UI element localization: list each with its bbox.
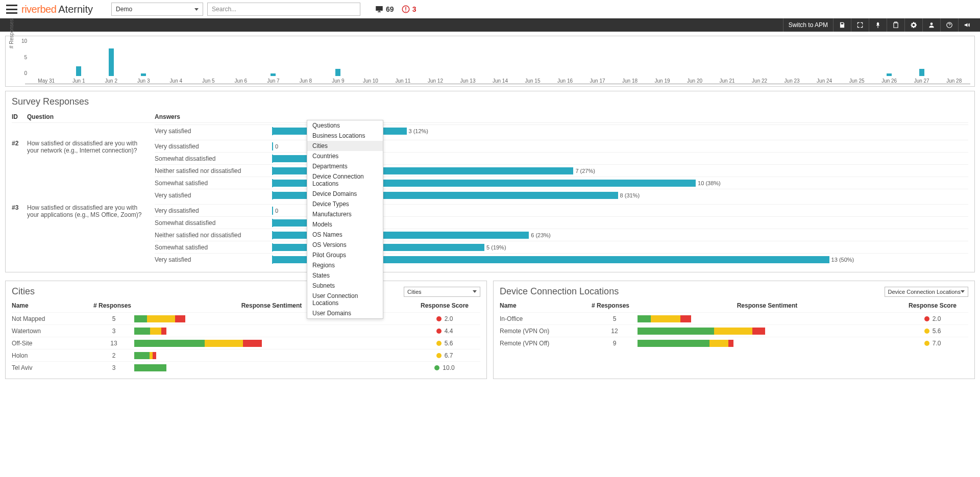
- chart-bar[interactable]: Jun 25: [841, 48, 873, 84]
- search-input[interactable]: Search...: [207, 3, 360, 16]
- chart-bar[interactable]: Jun 4: [160, 48, 192, 84]
- chart-bar[interactable]: Jun 22: [743, 48, 776, 84]
- chart-bar[interactable]: Jun 1: [63, 48, 95, 84]
- user-icon[interactable]: [922, 18, 940, 32]
- menu-icon[interactable]: [6, 5, 17, 14]
- gear-icon[interactable]: [904, 18, 922, 32]
- score-dot: [434, 365, 439, 370]
- menu-item[interactable]: Business Locations: [307, 131, 383, 141]
- chevron-down-icon: [194, 8, 199, 11]
- chart-bar[interactable]: Jun 16: [549, 48, 581, 84]
- answer-row[interactable]: Very satisfied 13 (50%): [155, 253, 968, 265]
- chart-bar[interactable]: Jun 8: [289, 48, 322, 84]
- switch-apm-button[interactable]: Switch to APM: [783, 18, 833, 32]
- chart-bar[interactable]: Jun 23: [776, 48, 808, 84]
- brand-riverbed: riverbed: [21, 4, 56, 15]
- table-row[interactable]: In-Office 5 2.0: [500, 312, 968, 324]
- menu-item[interactable]: Subnets: [307, 281, 383, 291]
- chart-bar[interactable]: Jun 13: [452, 48, 484, 84]
- score-dot: [924, 341, 929, 346]
- menu-item[interactable]: Models: [307, 219, 383, 230]
- answer-row[interactable]: Somewhat satisfied 10 (38%): [155, 177, 968, 189]
- chart-bar[interactable]: Jun 6: [225, 48, 257, 84]
- row-name: Tel Aviv: [12, 364, 93, 371]
- chart-bar[interactable]: May 31: [30, 48, 63, 84]
- menu-item[interactable]: Questions: [307, 120, 383, 131]
- answer-row[interactable]: Very satisfied 8 (31%): [155, 189, 968, 201]
- chart-bar[interactable]: Jun 27: [905, 48, 938, 84]
- panel-title: Device Connection Locations: [500, 286, 619, 297]
- answer-label: Somewhat dissatisfied: [155, 219, 272, 227]
- responses-timeline-panel: # Responses 10 5 0 May 31Jun 1Jun 2Jun 3…: [5, 36, 975, 87]
- chart-bar[interactable]: Jun 28: [938, 48, 970, 84]
- dimension-dropdown-menu[interactable]: QuestionsBusiness LocationsCitiesCountri…: [307, 120, 383, 319]
- answer-row[interactable]: Neither satisfied nor dissatisfied 6 (23…: [155, 229, 968, 241]
- menu-item[interactable]: Departments: [307, 161, 383, 171]
- chart-bar[interactable]: Jun 11: [387, 48, 420, 84]
- menu-item[interactable]: Countries: [307, 151, 383, 161]
- table-header: Name # Responses Response Sentiment Resp…: [12, 302, 480, 312]
- context-value: Demo: [116, 6, 132, 13]
- answer-row[interactable]: Very dissatisfied 0: [155, 140, 968, 152]
- menu-item[interactable]: Device Types: [307, 199, 383, 209]
- menu-item[interactable]: Cities: [307, 141, 383, 151]
- chart-bar[interactable]: Jun 21: [711, 48, 744, 84]
- chart-bar[interactable]: Jun 15: [517, 48, 549, 84]
- chart-bar[interactable]: Jun 3: [128, 48, 160, 84]
- chart-bar[interactable]: Jun 5: [192, 48, 225, 84]
- menu-item[interactable]: Regions: [307, 260, 383, 270]
- menu-item[interactable]: Pilot Groups: [307, 250, 383, 260]
- chart-bar[interactable]: Jun 14: [484, 48, 517, 84]
- answer-row[interactable]: Neither satisfied nor dissatisfied 7 (27…: [155, 164, 968, 177]
- menu-item[interactable]: States: [307, 270, 383, 281]
- x-tick-label: Jun 1: [72, 78, 85, 84]
- locations-dimension-selector[interactable]: Device Connection Locations: [885, 287, 968, 297]
- score-value: 4.4: [445, 328, 453, 335]
- table-row[interactable]: Holon 2 6.7: [12, 349, 480, 361]
- answer-row[interactable]: Very dissatisfied 0: [155, 204, 968, 216]
- table-row[interactable]: Tel Aviv 3 10.0: [12, 361, 480, 373]
- menu-item[interactable]: Device Domains: [307, 189, 383, 199]
- chart-bar[interactable]: Jun 18: [614, 48, 646, 84]
- table-row[interactable]: Off-Site 13 5.6: [12, 337, 480, 349]
- chart-bar[interactable]: Jun 10: [354, 48, 387, 84]
- save-icon[interactable]: [833, 18, 851, 32]
- table-row[interactable]: Remote (VPN On) 12 5.6: [500, 324, 968, 337]
- answer-label: Somewhat satisfied: [155, 180, 272, 187]
- fullscreen-icon[interactable]: [851, 18, 869, 32]
- x-tick-label: Jun 21: [720, 78, 735, 84]
- menu-item[interactable]: User Domains: [307, 308, 383, 318]
- chart-bar[interactable]: Jun 12: [419, 48, 452, 84]
- row-responses: 5: [592, 315, 638, 322]
- table-row[interactable]: Remote (VPN Off) 9 7.0: [500, 337, 968, 349]
- chart-bar[interactable]: Jun 26: [873, 48, 905, 84]
- chart-bar[interactable]: Jun 17: [581, 48, 614, 84]
- table-row[interactable]: Not Mapped 5 2.0: [12, 312, 480, 324]
- answer-row[interactable]: Somewhat dissatisfied 1: [155, 152, 968, 164]
- chart-bar[interactable]: Jun 2: [95, 48, 128, 84]
- menu-item[interactable]: OS Versions: [307, 240, 383, 250]
- score-dot: [924, 329, 929, 334]
- context-selector[interactable]: Demo: [111, 3, 203, 16]
- menu-item[interactable]: User Connection Locations: [307, 291, 383, 308]
- alerts-stat[interactable]: 3: [401, 5, 416, 14]
- chart-bar[interactable]: Jun 7: [257, 48, 290, 84]
- pin-icon[interactable]: [869, 18, 887, 32]
- chart-bar[interactable]: Jun 19: [646, 48, 679, 84]
- help-icon[interactable]: [940, 18, 958, 32]
- answer-row[interactable]: Somewhat dissatisfied: [155, 216, 968, 229]
- chart-bar[interactable]: Jun 9: [322, 48, 355, 84]
- answer-label: Very dissatisfied: [155, 143, 272, 150]
- chart-bar[interactable]: Jun 24: [808, 48, 841, 84]
- devices-stat[interactable]: 69: [375, 5, 394, 14]
- answer-row[interactable]: Somewhat satisfied 5 (19%): [155, 241, 968, 253]
- megaphone-icon[interactable]: [958, 18, 976, 32]
- chart-bar[interactable]: Jun 20: [678, 48, 711, 84]
- menu-item[interactable]: Manufacturers: [307, 209, 383, 219]
- clipboard-icon[interactable]: [887, 18, 904, 32]
- menu-item[interactable]: OS Names: [307, 230, 383, 240]
- table-row[interactable]: Watertown 3 4.4: [12, 324, 480, 337]
- responses-timeline-chart: # Responses 10 5 0 May 31Jun 1Jun 2Jun 3…: [10, 38, 970, 84]
- cities-dimension-selector[interactable]: Cities: [404, 287, 480, 297]
- menu-item[interactable]: Device Connection Locations: [307, 171, 383, 189]
